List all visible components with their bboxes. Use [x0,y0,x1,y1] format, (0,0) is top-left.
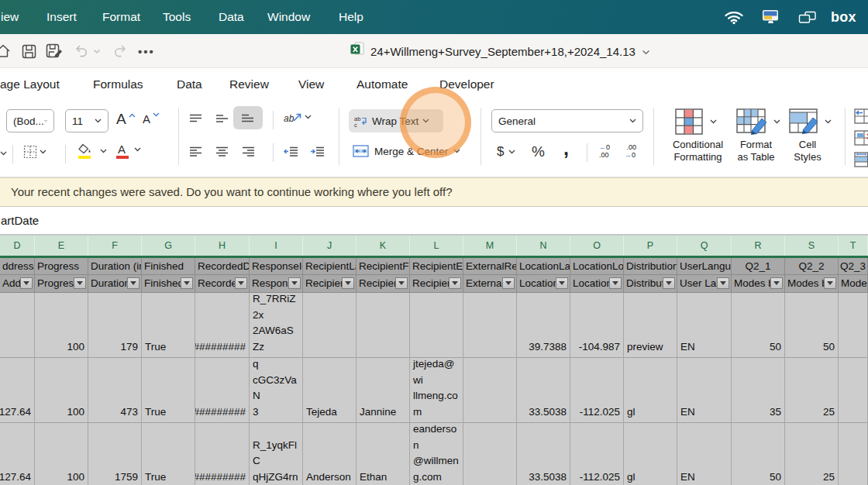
tab-review[interactable]: Review [229,68,269,98]
cell[interactable]: gl [624,358,677,423]
header-cell[interactable]: RecipientFir [356,258,410,275]
decrease-font-size-button[interactable]: A [143,113,160,125]
redo-icon[interactable] [112,34,128,68]
cell[interactable]: ######### [195,293,250,358]
menu-item-insert[interactable]: Insert [46,0,77,34]
cell[interactable]: 50 [732,293,785,358]
cell[interactable]: -104.987 [570,293,624,358]
cell[interactable]: 473 [88,358,142,423]
column-letter-E[interactable]: E [35,236,88,256]
fill-color-button[interactable] [78,143,107,158]
cell[interactable]: R_7RRiZ2x 2AW6aSZz [250,293,303,358]
cell[interactable] [356,293,410,358]
column-letter-N[interactable]: N [517,236,570,256]
cell[interactable] [839,358,868,423]
cell[interactable] [303,293,356,358]
save-as-icon[interactable] [45,34,64,68]
filter-dropdown-button[interactable] [770,277,783,289]
column-letter-F[interactable]: F [88,236,142,256]
cell[interactable]: preview [624,293,677,358]
cell[interactable]: 25 [785,423,839,485]
tab-view[interactable]: View [298,68,324,98]
cell[interactable] [0,293,35,358]
cell[interactable]: eanderson @willmen g.com [410,423,463,485]
cell[interactable]: 50 [732,423,785,485]
column-letter-T[interactable]: T [839,236,868,256]
font-size-select[interactable]: 11 [65,109,108,132]
filter-header-cell[interactable]: Distribut [624,275,677,293]
insert-cells-icon[interactable] [854,108,868,124]
cell[interactable]: 100 [35,423,88,485]
column-letter-P[interactable]: P [624,236,677,256]
filter-dropdown-button[interactable] [288,277,301,289]
home-icon[interactable] [0,34,12,68]
filter-dropdown-button[interactable] [395,277,408,289]
filter-dropdown-button[interactable] [181,277,193,289]
column-letter-D[interactable]: D [0,236,35,256]
header-cell[interactable]: LocationLat [517,258,570,275]
align-top-button[interactable] [189,114,202,124]
align-right-button[interactable] [242,146,255,157]
delete-cells-icon[interactable] [854,130,868,146]
cell[interactable] [463,423,517,485]
column-letter-L[interactable]: L [410,236,463,256]
font-name-select[interactable]: (Bod... [6,109,54,132]
header-cell[interactable]: UserLangua [677,258,732,275]
cell[interactable]: True [142,423,195,485]
cell[interactable]: True [142,358,195,423]
filter-dropdown-button[interactable] [449,277,461,289]
header-cell[interactable]: RecipientEr [410,258,463,275]
filter-dropdown-button[interactable] [663,277,675,289]
format-cells-icon[interactable] [854,152,868,167]
text-orientation-button[interactable]: ab [284,109,312,125]
clipped-control-chevron-icon[interactable] [0,151,7,156]
filter-header-cell[interactable]: User Lan [677,275,732,293]
filter-header-cell[interactable]: Recorde [195,275,250,293]
filter-header-cell[interactable]: Respons [250,275,303,293]
box-logo[interactable]: box [831,0,856,34]
filter-dropdown-button[interactable] [824,277,836,289]
cell[interactable]: R_6uzR3q cGC3zVaN 3 [250,358,303,423]
cell[interactable]: Ethan [356,423,410,485]
cell[interactable]: ######### [195,423,250,485]
cell[interactable]: 33.5038 [517,423,570,485]
cell[interactable]: 179 [88,293,142,358]
cell[interactable]: Anderson [303,423,356,485]
tab-page-layout[interactable]: age Layout [0,68,60,98]
comma-format-button[interactable]: , [563,139,569,158]
column-letter-K[interactable]: K [356,236,410,256]
filter-header-cell[interactable]: External [463,275,517,293]
tab-formulas[interactable]: Formulas [93,68,143,98]
increase-font-size-button[interactable]: A [116,112,136,126]
align-left-button[interactable] [189,146,202,157]
windows-overview-icon[interactable] [798,0,817,34]
cell[interactable]: R_1yqkFlC qHjZG4rn [250,423,303,485]
formula-bar-value[interactable]: artDate [1,207,39,234]
percent-format-button[interactable]: % [532,143,545,160]
undo-icon[interactable] [74,34,89,68]
filter-header-cell[interactable]: Progress [35,275,88,293]
filter-header-cell[interactable]: Recipien [303,275,356,293]
header-cell[interactable]: ResponseId [250,258,303,275]
more-toolbar-options-icon[interactable]: ••• [138,34,155,68]
filter-dropdown-button[interactable] [502,277,515,289]
formula-bar[interactable]: artDate [0,207,868,236]
column-letter-G[interactable]: G [142,236,195,256]
cell[interactable]: 127.64 [0,358,35,423]
filter-dropdown-button[interactable] [556,277,568,289]
cell[interactable]: 50 [785,293,839,358]
tab-data[interactable]: Data [177,68,202,98]
number-format-select[interactable]: General [491,109,643,132]
filter-dropdown-button[interactable] [235,277,247,289]
cell[interactable]: gl [624,423,677,485]
cell[interactable]: 25 [785,358,839,423]
column-letter-O[interactable]: O [570,236,624,256]
cell[interactable]: -112.025 [570,358,624,423]
cell[interactable] [410,293,463,358]
cell[interactable]: 100 [35,358,88,423]
cell[interactable]: EN [677,293,732,358]
column-letter-S[interactable]: S [785,236,839,256]
menu-item-format[interactable]: Format [102,0,140,34]
cell[interactable]: 35 [732,358,785,423]
cell[interactable]: EN [677,358,732,423]
